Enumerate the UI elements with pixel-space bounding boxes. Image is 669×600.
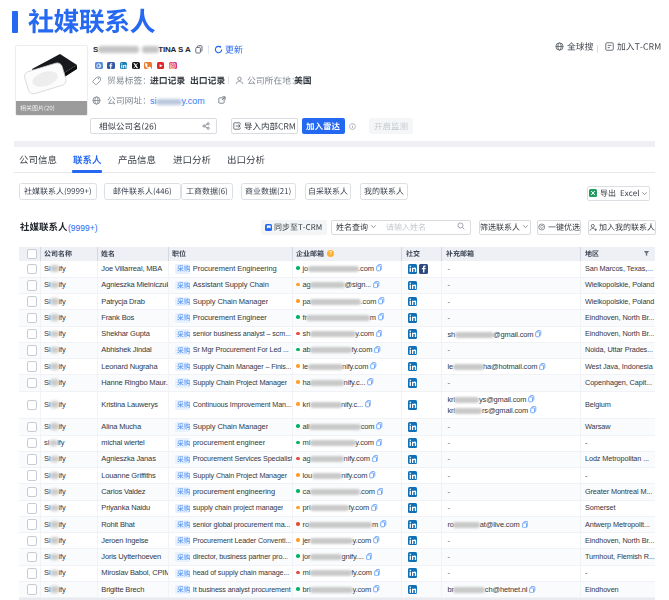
svg-text:?: ? (330, 252, 333, 257)
